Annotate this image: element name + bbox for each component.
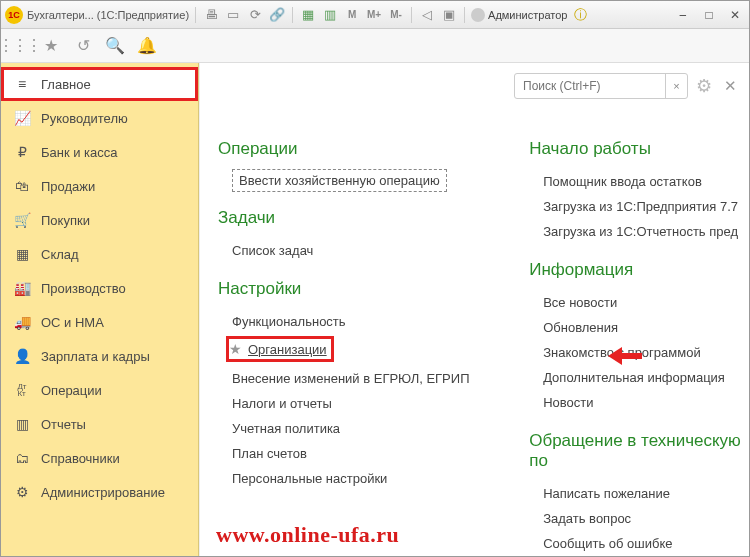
sidebar-item-main[interactable]: ≡ Главное: [1, 67, 198, 101]
history-icon[interactable]: ↺: [73, 36, 93, 56]
link-chart-accounts[interactable]: План счетов: [218, 441, 489, 466]
link-balance-helper[interactable]: Помощник ввода остатков: [529, 169, 749, 194]
settings-gear-icon[interactable]: ⚙: [696, 75, 712, 97]
link-news[interactable]: Новости: [529, 390, 749, 415]
sidebar-item-label: Банк и касса: [41, 145, 118, 160]
window-title: Бухгалтери... (1С:Предприятие): [27, 9, 189, 21]
m-icon[interactable]: M: [343, 6, 361, 24]
link-task-list[interactable]: Список задач: [218, 238, 489, 263]
sidebar-item-sales[interactable]: 🛍 Продажи: [1, 169, 198, 203]
heading-operations: Операции: [218, 139, 489, 159]
ruble-icon: ₽: [13, 143, 31, 161]
factory-icon: 🏭: [13, 279, 31, 297]
highlight-organizations: ★ Организации: [226, 336, 334, 362]
back-icon[interactable]: ◁: [418, 6, 436, 24]
sidebar-item-salary[interactable]: 👤 Зарплата и кадры: [1, 339, 198, 373]
sidebar-item-production[interactable]: 🏭 Производство: [1, 271, 198, 305]
search-icon[interactable]: 🔍: [105, 36, 125, 56]
link-policy[interactable]: Учетная политика: [218, 416, 489, 441]
search-input[interactable]: [515, 79, 665, 93]
search-box[interactable]: ×: [514, 73, 688, 99]
user-name: Администратор: [488, 9, 567, 21]
heading-info: Информация: [529, 260, 749, 280]
sidebar-item-bank[interactable]: ₽ Банк и касса: [1, 135, 198, 169]
sidebar-item-purchases[interactable]: 🛒 Покупки: [1, 203, 198, 237]
toolbar: ⋮⋮⋮ ★ ↺ 🔍 🔔: [1, 29, 749, 63]
bag-icon: 🛍: [13, 177, 31, 195]
m-plus-icon[interactable]: M+: [365, 6, 383, 24]
heading-support: Обращение в техническую по: [529, 431, 749, 471]
star-icon[interactable]: ★: [229, 341, 242, 357]
separator: [195, 7, 196, 23]
bell-icon[interactable]: 🔔: [137, 36, 157, 56]
boxes-icon: ▦: [13, 245, 31, 263]
sidebar-item-label: Руководителю: [41, 111, 128, 126]
calendar-icon[interactable]: ▦: [299, 6, 317, 24]
sidebar-item-label: Отчеты: [41, 417, 86, 432]
m-minus-icon[interactable]: M-: [387, 6, 405, 24]
link-icon[interactable]: 🔗: [268, 6, 286, 24]
maximize-button[interactable]: □: [699, 7, 719, 23]
cart-icon: 🛒: [13, 211, 31, 229]
link-egrul[interactable]: Внесение изменений в ЕГРЮЛ, ЕГРИП: [218, 366, 489, 391]
sidebar-item-label: Главное: [41, 77, 91, 92]
separator: [292, 7, 293, 23]
sidebar-item-admin[interactable]: ⚙ Администрирование: [1, 475, 198, 509]
menu-icon: ≡: [13, 75, 31, 93]
link-functionality[interactable]: Функциональность: [218, 309, 489, 334]
star-icon[interactable]: ★: [41, 36, 61, 56]
sidebar-item-assets[interactable]: 🚚 ОС и НМА: [1, 305, 198, 339]
sidebar-item-label: Склад: [41, 247, 79, 262]
sidebar-item-manager[interactable]: 📈 Руководителю: [1, 101, 198, 135]
link-question[interactable]: Задать вопрос: [529, 506, 749, 531]
link-load-reporting[interactable]: Загрузка из 1С:Отчетность пред: [529, 219, 749, 244]
refresh-icon[interactable]: ⟳: [246, 6, 264, 24]
main-panel: × ⚙ ✕ Операции Ввести хозяйственную опер…: [199, 63, 749, 556]
sidebar-item-operations[interactable]: ДтКт Операции: [1, 373, 198, 407]
truck-icon: 🚚: [13, 313, 31, 331]
app-logo-icon: 1C: [5, 6, 23, 24]
link-bug[interactable]: Сообщить об ошибке: [529, 531, 749, 556]
apps-icon[interactable]: ⋮⋮⋮: [9, 36, 29, 56]
sidebar-item-label: Продажи: [41, 179, 95, 194]
link-organizations[interactable]: Организации: [248, 342, 327, 357]
info-icon[interactable]: ⓘ: [571, 6, 589, 24]
separator: [464, 7, 465, 23]
window-titlebar: 1C Бухгалтери... (1С:Предприятие) 🖶 ▭ ⟳ …: [1, 1, 749, 29]
minimize-button[interactable]: ‒: [673, 7, 693, 23]
link-all-news[interactable]: Все новости: [529, 290, 749, 315]
sidebar-item-label: Зарплата и кадры: [41, 349, 150, 364]
sidebar-item-label: ОС и НМА: [41, 315, 104, 330]
sidebar-item-label: Операции: [41, 383, 102, 398]
link-enter-operation[interactable]: Ввести хозяйственную операцию: [232, 169, 447, 192]
clear-search-button[interactable]: ×: [665, 74, 687, 98]
annotation-arrow-icon: [608, 347, 642, 365]
link-personal-settings[interactable]: Персональные настройки: [218, 466, 489, 491]
user-badge[interactable]: Администратор: [471, 8, 567, 22]
windows-icon[interactable]: ▣: [440, 6, 458, 24]
sidebar-item-reports[interactable]: ▥ Отчеты: [1, 407, 198, 441]
link-extra-info[interactable]: Дополнительная информация: [529, 365, 749, 390]
sidebar-item-catalogs[interactable]: 🗂 Справочники: [1, 441, 198, 475]
link-load-77[interactable]: Загрузка из 1С:Предприятия 7.7: [529, 194, 749, 219]
heading-tasks: Задачи: [218, 208, 489, 228]
sidebar-item-label: Производство: [41, 281, 126, 296]
close-panel-button[interactable]: ✕: [724, 77, 737, 95]
bars-icon: ▥: [13, 415, 31, 433]
print-icon[interactable]: 🖶: [202, 6, 220, 24]
link-wish[interactable]: Написать пожелание: [529, 481, 749, 506]
heading-start: Начало работы: [529, 139, 749, 159]
dtkt-icon: ДтКт: [13, 381, 31, 399]
sidebar-item-label: Покупки: [41, 213, 90, 228]
user-icon: [471, 8, 485, 22]
calc-icon[interactable]: ▥: [321, 6, 339, 24]
chart-icon: 📈: [13, 109, 31, 127]
sidebar-item-warehouse[interactable]: ▦ Склад: [1, 237, 198, 271]
close-button[interactable]: ✕: [725, 7, 745, 23]
gear-icon: ⚙: [13, 483, 31, 501]
separator: [411, 7, 412, 23]
heading-settings: Настройки: [218, 279, 489, 299]
link-taxes[interactable]: Налоги и отчеты: [218, 391, 489, 416]
doc-icon[interactable]: ▭: [224, 6, 242, 24]
link-updates[interactable]: Обновления: [529, 315, 749, 340]
